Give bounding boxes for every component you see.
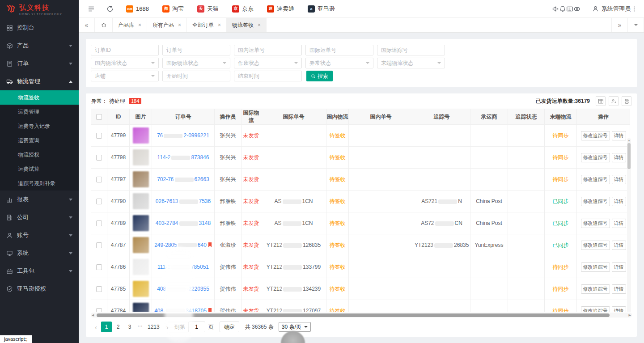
row-checkbox[interactable] xyxy=(96,286,102,292)
refresh-icon[interactable] xyxy=(106,5,114,13)
sidebar-item-report[interactable]: 报表 xyxy=(0,191,79,208)
sidebar-item-system[interactable]: 系统 xyxy=(0,244,79,262)
row-checkbox[interactable] xyxy=(96,264,102,270)
detail-button[interactable]: 详情 xyxy=(612,306,626,312)
edit-tracking-button[interactable]: 修改追踪号 xyxy=(581,153,610,162)
sidebar-subitem-tracking-rule[interactable]: 追踪号规则补录 xyxy=(0,176,79,191)
detail-button[interactable]: 详情 xyxy=(612,153,626,162)
order-id-input[interactable] xyxy=(91,45,159,55)
domestic-logistics-status-select[interactable]: 国内物流状态 xyxy=(91,58,159,68)
order-number-link[interactable]: 114-2873846 xyxy=(157,154,209,161)
product-image[interactable] xyxy=(133,127,149,144)
sidebar-subitem-logistics-sign[interactable]: 物流签收 xyxy=(0,90,79,105)
close-icon[interactable]: × xyxy=(138,22,141,28)
product-image[interactable] xyxy=(133,215,149,231)
product-image[interactable] xyxy=(133,303,149,312)
sidebar-item-logistics[interactable]: 物流管理 xyxy=(0,72,79,90)
close-icon[interactable]: × xyxy=(178,22,181,28)
share-circles-icon[interactable] xyxy=(573,5,580,13)
scroll-tabs-left-icon[interactable]: « xyxy=(79,18,95,32)
start-time-input[interactable] xyxy=(162,71,230,81)
app-grid-icon[interactable] xyxy=(566,5,573,13)
sidebar-item-amazon-auth[interactable]: 亚马逊授权 xyxy=(0,280,79,298)
platform-link-amazon[interactable]: a亚马逊 xyxy=(308,5,335,13)
product-image[interactable] xyxy=(133,237,149,253)
sound-mute-icon[interactable] xyxy=(552,5,559,13)
order-number-link[interactable]: 702-7662663 xyxy=(157,176,209,182)
page-button-1[interactable]: 1 xyxy=(101,322,112,332)
row-checkbox[interactable] xyxy=(96,177,102,182)
exception-status-select[interactable]: 异常状态 xyxy=(305,58,373,68)
edit-tracking-button[interactable]: 修改追踪号 xyxy=(581,263,610,272)
select-all-checkbox[interactable] xyxy=(96,114,102,120)
order-no-input[interactable] xyxy=(162,45,230,55)
intl-tracking-input[interactable] xyxy=(377,45,445,55)
confirm-button[interactable]: 确定 xyxy=(220,322,239,332)
tab-menu-icon[interactable] xyxy=(628,18,644,32)
column-settings-button[interactable] xyxy=(596,96,606,106)
detail-button[interactable]: 详情 xyxy=(612,263,626,272)
sidebar-item-company[interactable]: 公司 xyxy=(0,208,79,226)
brand-logo[interactable]: 弘义科技 HONG YI TECHNOLOGY xyxy=(0,0,79,19)
vertical-scrollbar[interactable]: ▲ ▼ xyxy=(627,138,631,312)
detail-button[interactable]: 详情 xyxy=(612,219,626,228)
tab-logistics-sign[interactable]: 物流签收× xyxy=(227,18,267,32)
sidebar-subitem-logistics-auth[interactable]: 物流授权 xyxy=(0,148,79,162)
sidebar-item-console[interactable]: 控制台 xyxy=(0,19,79,37)
order-number-link[interactable]: 249-2805640 xyxy=(154,242,207,248)
row-checkbox[interactable] xyxy=(96,199,102,204)
sidebar-item-account[interactable]: 账号 xyxy=(0,226,79,244)
domestic-waybill-input[interactable] xyxy=(234,45,302,55)
sidebar-item-product[interactable]: 产品 xyxy=(0,37,79,55)
row-checkbox[interactable] xyxy=(96,133,102,139)
scroll-up-icon[interactable]: ▲ xyxy=(627,138,631,143)
more-menu-icon[interactable] xyxy=(631,5,638,13)
sidebar-subitem-freight-import[interactable]: 运费导入记录 xyxy=(0,119,79,133)
order-number-link[interactable]: 026-76137536 xyxy=(156,198,211,204)
goto-page-input[interactable] xyxy=(188,322,205,332)
product-image[interactable] xyxy=(133,171,149,187)
sidebar-item-toolkit[interactable]: 工具包 xyxy=(0,262,79,280)
intl-logistics-status-select[interactable]: 国际物流状态 xyxy=(162,58,230,68)
next-page-icon[interactable]: › xyxy=(164,323,171,331)
horizontal-scrollbar[interactable]: ◀ ▶ xyxy=(91,313,632,318)
print-button[interactable] xyxy=(622,96,631,106)
end-time-input[interactable] xyxy=(234,71,302,81)
product-image[interactable] xyxy=(133,193,149,209)
edit-tracking-button[interactable]: 修改追踪号 xyxy=(581,175,610,184)
detail-button[interactable]: 详情 xyxy=(612,197,626,206)
order-number-link[interactable]: 408-2220355 xyxy=(157,286,209,292)
edit-tracking-button[interactable]: 修改追踪号 xyxy=(581,131,610,140)
per-page-select[interactable]: 30 条/页 xyxy=(279,322,311,332)
scroll-right-icon[interactable]: ▶ xyxy=(629,313,631,318)
row-checkbox[interactable] xyxy=(96,155,102,161)
order-number-link[interactable]: 111-1785051 xyxy=(157,264,209,270)
horizontal-scroll-thumb[interactable] xyxy=(97,313,610,317)
close-icon[interactable]: × xyxy=(218,22,221,28)
detail-button[interactable]: 详情 xyxy=(612,284,626,294)
row-checkbox[interactable] xyxy=(96,308,102,312)
order-number-link[interactable]: 403-27843148 xyxy=(156,220,211,226)
scroll-left-icon[interactable]: ◀ xyxy=(92,313,94,318)
edit-tracking-button[interactable]: 修改追踪号 xyxy=(581,197,610,206)
order-number-link[interactable]: 762-0996221 xyxy=(157,132,209,139)
sidebar-item-order[interactable]: 订单 xyxy=(0,55,79,72)
detail-button[interactable]: 详情 xyxy=(612,241,626,250)
sidebar-subitem-freight-query[interactable]: 运费查询 xyxy=(0,133,79,148)
product-image[interactable] xyxy=(133,281,149,297)
tab-all-orders[interactable]: 全部订单× xyxy=(187,18,227,32)
edit-tracking-button[interactable]: 修改追踪号 xyxy=(581,306,610,312)
tab-all-products[interactable]: 所有产品× xyxy=(147,18,187,32)
row-checkbox[interactable] xyxy=(96,220,102,226)
edit-tracking-button[interactable]: 修改追踪号 xyxy=(581,219,610,228)
order-number-link[interactable]: 408-3418705 xyxy=(154,308,207,312)
prev-page-icon[interactable]: ‹ xyxy=(92,323,100,331)
search-button[interactable]: 搜索 xyxy=(306,71,333,81)
row-checkbox[interactable] xyxy=(96,242,102,248)
terminal-logistics-status-select[interactable]: 末端物流状态 xyxy=(377,58,445,68)
platform-link-taobao[interactable]: 淘淘宝 xyxy=(162,5,184,13)
page-button-3[interactable]: 3 xyxy=(124,322,135,332)
sidebar-subitem-freight-trial[interactable]: 运费试算 xyxy=(0,162,79,176)
platform-link-aliexpress[interactable]: 速速卖通 xyxy=(267,5,294,13)
intl-waybill-input[interactable] xyxy=(305,45,373,55)
